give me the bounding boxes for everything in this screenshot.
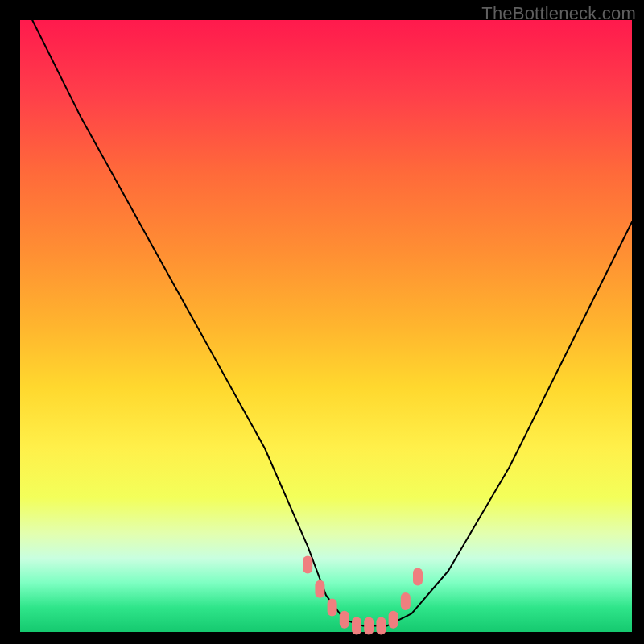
trough-marker — [413, 568, 423, 586]
marker-group — [303, 555, 423, 634]
bottleneck-curve — [32, 20, 632, 625]
trough-marker — [364, 617, 374, 634]
chart-plot-area — [20, 20, 632, 632]
trough-marker — [389, 611, 398, 629]
chart-svg — [20, 20, 632, 632]
trough-marker — [340, 611, 349, 629]
chart-frame: TheBottleneck.com — [0, 0, 644, 644]
trough-marker — [401, 592, 411, 610]
trough-marker — [352, 617, 361, 634]
trough-marker — [315, 580, 324, 598]
trough-marker — [303, 555, 312, 573]
trough-marker — [376, 617, 386, 634]
trough-marker — [328, 599, 337, 617]
watermark-text: TheBottleneck.com — [481, 3, 636, 24]
curve-group — [32, 20, 632, 625]
